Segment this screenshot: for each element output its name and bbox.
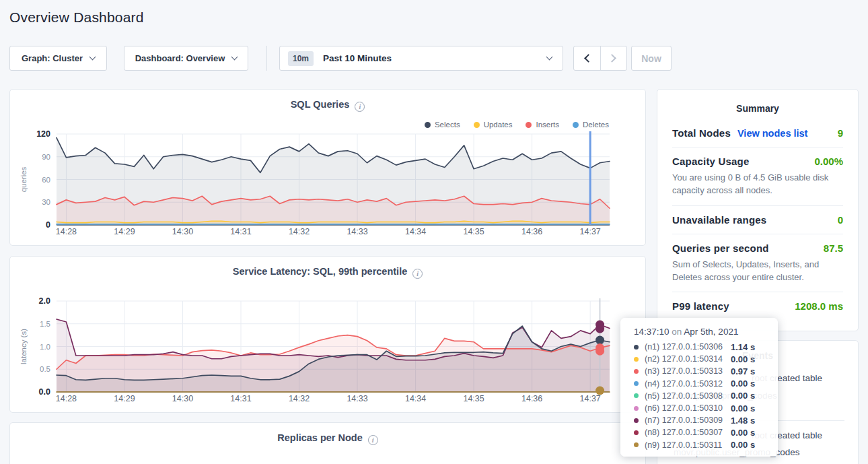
chevron-left-icon xyxy=(584,54,593,63)
now-button[interactable]: Now xyxy=(631,46,672,71)
svg-text:14:37: 14:37 xyxy=(580,227,601,236)
tooltip-node-value: 1.48 s xyxy=(731,416,755,426)
svg-text:1.5: 1.5 xyxy=(40,320,50,328)
summary-panel: Summary Total Nodes View nodes list 9 Ca… xyxy=(657,89,859,331)
svg-text:14:31: 14:31 xyxy=(230,227,251,236)
tooltip-node-value: 0.97 s xyxy=(731,366,755,376)
svg-text:0.5: 0.5 xyxy=(40,365,50,373)
total-nodes-section: Total Nodes View nodes list 9 xyxy=(672,119,843,147)
svg-text:14:29: 14:29 xyxy=(114,394,135,403)
chevron-down-icon xyxy=(231,54,238,61)
series-dot-icon xyxy=(634,430,639,435)
tooltip-node-label: (n6) 127.0.0.1:50310 xyxy=(645,403,731,413)
svg-text:14:32: 14:32 xyxy=(289,394,310,403)
replicas-title: Replicas per Node xyxy=(277,432,363,443)
svg-text:0.0: 0.0 xyxy=(39,387,50,397)
chevron-down-icon xyxy=(546,54,553,61)
svg-text:14:33: 14:33 xyxy=(347,394,367,403)
time-range-label: Past 10 Minutes xyxy=(323,53,392,63)
tooltip-rows: (n1) 127.0.0.1:503061.14 s(n2) 127.0.0.1… xyxy=(634,341,778,451)
tooltip-node-value: 1.14 s xyxy=(731,342,755,352)
next-range-button[interactable] xyxy=(600,46,627,70)
svg-text:14:32: 14:32 xyxy=(289,227,310,236)
capacity-label: Capacity Usage xyxy=(672,156,750,167)
chart-hover-tooltip: 14:37:10 on Apr 5th, 2021 (n1) 127.0.0.1… xyxy=(620,318,778,457)
series-dot-icon xyxy=(634,406,639,411)
tooltip-node-value: 0.00 s xyxy=(731,428,755,438)
p99-latency-value: 1208.0 ms xyxy=(795,300,843,312)
tooltip-node-label: (n7) 127.0.0.1:50309 xyxy=(645,416,731,425)
qps-label: Queries per second xyxy=(672,242,769,254)
capacity-description: You are using 0 B of 4.5 GiB usable disk… xyxy=(672,172,843,197)
tooltip-node-label: (n4) 127.0.0.1:50312 xyxy=(645,379,731,389)
tooltip-node-label: (n8) 127.0.0.1:50307 xyxy=(645,428,731,437)
svg-text:30: 30 xyxy=(42,198,50,206)
svg-text:14:35: 14:35 xyxy=(463,227,484,236)
capacity-value: 0.00% xyxy=(814,156,843,167)
tooltip-node-label: (n9) 127.0.0.1:50311 xyxy=(645,440,731,450)
dashboard-dropdown-label: Dashboard: Overview xyxy=(135,53,225,63)
qps-value: 87.5 xyxy=(824,242,843,254)
unavailable-ranges-label: Unavailable ranges xyxy=(672,214,766,226)
svg-text:14:37: 14:37 xyxy=(580,394,601,403)
tooltip-timestamp: 14:37:10 on Apr 5th, 2021 xyxy=(634,327,778,337)
capacity-section: Capacity Usage 0.00% You are using 0 B o… xyxy=(672,147,843,206)
chevron-down-icon xyxy=(89,54,96,61)
tooltip-row: (n5) 127.0.0.1:503080.00 s xyxy=(634,390,778,402)
unavailable-ranges-section: Unavailable ranges 0 xyxy=(672,206,843,234)
svg-text:14:36: 14:36 xyxy=(521,227,542,236)
view-nodes-link[interactable]: View nodes list xyxy=(737,128,808,139)
svg-text:90: 90 xyxy=(42,153,50,161)
svg-text:14:35: 14:35 xyxy=(463,394,484,403)
tooltip-row: (n8) 127.0.0.1:503070.00 s xyxy=(634,426,778,438)
total-nodes-value: 9 xyxy=(838,127,843,139)
p99-latency-label: P99 latency xyxy=(672,300,729,312)
time-nav-buttons xyxy=(573,46,627,71)
svg-text:14:30: 14:30 xyxy=(172,227,193,236)
series-dot-icon xyxy=(634,369,639,374)
svg-text:14:36: 14:36 xyxy=(521,394,542,403)
summary-title: Summary xyxy=(672,90,843,119)
tooltip-row: (n7) 127.0.0.1:503091.48 s xyxy=(634,414,778,426)
overview-dashboard-screen: Overview Dashboard Graph: Cluster Dashbo… xyxy=(0,0,868,464)
series-dot-icon xyxy=(634,357,639,362)
service-latency-card: Service Latency: SQL, 99th percentilei 1… xyxy=(9,256,646,413)
svg-text:14:31: 14:31 xyxy=(230,394,251,403)
tooltip-row: (n2) 127.0.0.1:503140.00 s xyxy=(634,353,778,365)
series-dot-icon xyxy=(634,393,639,398)
tooltip-node-label: (n3) 127.0.0.1:50313 xyxy=(645,366,731,376)
time-range-badge: 10m xyxy=(288,51,314,66)
tooltip-node-value: 0.00 s xyxy=(731,378,755,389)
dashboard-dropdown[interactable]: Dashboard: Overview xyxy=(124,46,248,71)
service-latency-chart[interactable]: 14:2814:2914:3014:3114:3214:3314:3414:35… xyxy=(10,257,647,413)
svg-text:14:34: 14:34 xyxy=(405,227,426,236)
prev-range-button[interactable] xyxy=(574,46,600,70)
series-dot-icon xyxy=(634,381,639,386)
qps-section: Queries per second 87.5 Sum of Selects, … xyxy=(672,234,843,293)
controls-divider xyxy=(266,46,267,71)
svg-text:120: 120 xyxy=(36,129,50,139)
svg-text:14:29: 14:29 xyxy=(114,227,135,236)
svg-text:14:34: 14:34 xyxy=(405,394,426,403)
tooltip-row: (n1) 127.0.0.1:503061.14 s xyxy=(634,341,778,353)
graph-dropdown[interactable]: Graph: Cluster xyxy=(9,46,107,71)
series-dot-icon xyxy=(634,442,639,447)
series-dot-icon xyxy=(634,345,639,350)
total-nodes-label: Total Nodes xyxy=(672,127,731,139)
svg-text:14:28: 14:28 xyxy=(56,394,77,403)
qps-description: Sum of Selects, Updates, Inserts, and De… xyxy=(672,259,843,284)
info-icon[interactable]: i xyxy=(368,435,378,445)
tooltip-node-value: 0.00 s xyxy=(731,440,755,450)
svg-text:1.0: 1.0 xyxy=(40,343,50,351)
tooltip-row: (n9) 127.0.0.1:503110.00 s xyxy=(634,439,778,451)
tooltip-row: (n4) 127.0.0.1:503120.00 s xyxy=(634,378,778,390)
svg-text:14:30: 14:30 xyxy=(172,394,193,403)
series-dot-icon xyxy=(634,418,639,423)
svg-text:2.0: 2.0 xyxy=(39,296,50,306)
time-range-selector[interactable]: 10m Past 10 Minutes xyxy=(279,46,563,71)
sql-queries-chart[interactable]: 14:2814:2914:3014:3114:3214:3314:3414:35… xyxy=(10,90,647,246)
tooltip-node-label: (n2) 127.0.0.1:50314 xyxy=(645,354,731,364)
tooltip-row: (n6) 127.0.0.1:503100.00 s xyxy=(634,402,778,414)
sql-queries-card: SQL Queriesi SelectsUpdatesInsertsDelete… xyxy=(9,89,646,246)
chevron-right-icon xyxy=(608,54,616,63)
